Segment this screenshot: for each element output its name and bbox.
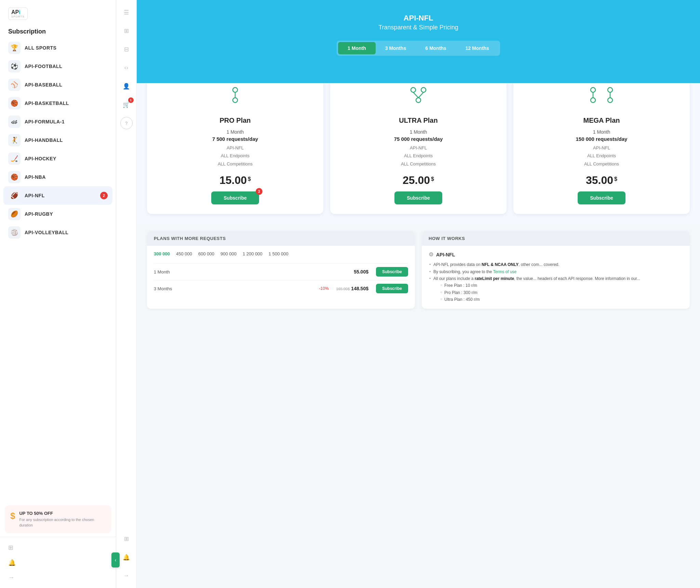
- plan-price-ultra: 25.00$: [338, 174, 498, 187]
- hockey-label: API-HOCKEY: [25, 156, 56, 161]
- plan-row-subscribe-btn-1[interactable]: Subscribe: [376, 284, 408, 293]
- sidebar-item-formula1[interactable]: 🏎API-FORMULA-1: [3, 112, 112, 131]
- svg-point-11: [608, 98, 612, 103]
- sport-list: 🏆ALL SPORTS⚽API-FOOTBALL⚾API-BASEBALL🏀AP…: [0, 39, 116, 500]
- cart-strip-icon[interactable]: 🛒 1: [120, 98, 133, 111]
- how-item-2: By subscribing, you agree to the Terms o…: [429, 268, 683, 275]
- plan-price-value: 35.00: [586, 174, 613, 187]
- basketball-label: API-BASKETBALL: [25, 101, 69, 106]
- grid-bottom-strip-icon[interactable]: ⊞: [120, 533, 133, 545]
- code-strip-icon[interactable]: ‹›: [120, 62, 133, 74]
- how-list: API-NFL provides data on NFL & NCAA ONLY…: [429, 261, 683, 303]
- grid-strip-icon[interactable]: ⊞: [120, 25, 133, 37]
- sidebar-item-baseball[interactable]: ⚾API-BASEBALL: [3, 76, 112, 94]
- sidebar-logo: APi SPORTS: [0, 0, 116, 23]
- handball-icon: 🤾: [8, 134, 21, 146]
- sidebar-item-hockey[interactable]: 🏒API-HOCKEY: [3, 149, 112, 168]
- how-item-3: All our plans include a rateLimit per mi…: [429, 275, 683, 303]
- plan-features-mega: API-NFLALL EndpointsALL Competitions: [522, 144, 682, 168]
- terms-link[interactable]: Terms of use: [493, 269, 517, 274]
- plan-feature-item: ALL Endpoints: [522, 152, 682, 160]
- period-tab-3months[interactable]: 3 Months: [376, 42, 416, 54]
- subscribe-button-pro[interactable]: Subscribe: [211, 191, 259, 204]
- plan-row-0: 1 Month55.00$Subscribe: [154, 263, 408, 280]
- plan-row-label-0: 1 Month: [154, 269, 333, 275]
- plans-more-card: PLANS WITH MORE REQUESTS 300 000450 0006…: [147, 231, 415, 308]
- sidebar-item-basketball[interactable]: 🏀API-BASKETBALL: [3, 94, 112, 112]
- plan-row-subscribe-btn-0[interactable]: Subscribe: [376, 267, 408, 277]
- sidebar-item-handball[interactable]: 🤾API-HANDBALL: [3, 131, 112, 149]
- menu-strip-icon[interactable]: ☰: [120, 6, 133, 18]
- period-tab-1month[interactable]: 1 Month: [338, 42, 376, 54]
- plan-card-mega: MEGA Plan1 Month150 000 requests/dayAPI-…: [513, 69, 690, 214]
- logout-b-icon: →: [8, 574, 14, 581]
- collapse-sidebar-button[interactable]: ‹: [111, 552, 120, 567]
- rugby-icon: 🏉: [8, 208, 21, 220]
- sidebar-item-all-sports[interactable]: 🏆ALL SPORTS: [3, 39, 112, 57]
- volleyball-icon: 🏐: [8, 226, 21, 239]
- sidebar-item-nba[interactable]: 🏀API-NBA: [3, 168, 112, 186]
- football-label: API-FOOTBALL: [25, 64, 62, 69]
- req-amount-0: 300 000: [154, 251, 170, 256]
- plan-currency: $: [431, 176, 434, 182]
- sidebar-item-football[interactable]: ⚽API-FOOTBALL: [3, 57, 112, 76]
- layers-strip-icon[interactable]: ⊟: [120, 43, 133, 55]
- basketball-icon: 🏀: [8, 97, 21, 109]
- plan-currency: $: [614, 176, 617, 182]
- plan-duration-mega: 1 Month: [522, 129, 682, 135]
- promo-text: UP TO 50% OFF For any subscription accor…: [19, 511, 106, 528]
- icon-strip: ☰ ⊞ ⊟ ‹› 👤 🛒 1 ? ⊞ 🔔 →: [116, 0, 137, 588]
- plan-card-pro: PRO Plan1 Month7 500 requests/dayAPI-NFL…: [147, 69, 323, 214]
- req-amount-4: 1 200 000: [243, 251, 262, 256]
- grid-b-icon: ⊞: [8, 544, 13, 551]
- plan-row-price-0: 55.00$: [354, 269, 368, 275]
- sidebar-title: Subscription: [0, 23, 116, 39]
- period-tab-6months[interactable]: 6 Months: [416, 42, 456, 54]
- sidebar-item-nfl[interactable]: 🏈API-NFL2: [3, 186, 112, 205]
- svg-point-5: [416, 98, 421, 103]
- plan-name-pro: PRO Plan: [155, 117, 315, 124]
- sidebar-bottom-logout[interactable]: →: [3, 571, 112, 584]
- sidebar-bottom-grid[interactable]: ⊞: [3, 541, 112, 554]
- promo-icon: $: [10, 511, 15, 521]
- sidebar-item-rugby[interactable]: 🏉API-RUGBY: [3, 205, 112, 223]
- plan-feature-item: ALL Competitions: [155, 160, 315, 168]
- rate-ultra: Ultra Plan : 450 r/m: [440, 296, 683, 303]
- period-tab-12months[interactable]: 12 Months: [456, 42, 499, 54]
- bell-strip-icon[interactable]: 🔔: [120, 551, 133, 563]
- plan-feature-item: API-NFL: [522, 144, 682, 152]
- rugby-label: API-RUGBY: [25, 211, 53, 217]
- plan-row-price-wrap-1: 165.00$148.50$: [336, 285, 368, 292]
- plan-row-1: 3 Months-10%165.00$148.50$Subscribe: [154, 280, 408, 297]
- nba-label: API-NBA: [25, 174, 46, 180]
- logout-strip-icon[interactable]: →: [120, 570, 133, 582]
- plan-feature-item: ALL Endpoints: [155, 152, 315, 160]
- svg-point-3: [411, 88, 416, 92]
- req-amount-5: 1 500 000: [269, 251, 288, 256]
- plan-icon-ultra: [338, 80, 498, 110]
- help-strip-icon[interactable]: ?: [120, 117, 133, 129]
- plan-duration-pro: 1 Month: [155, 129, 315, 135]
- baseball-icon: ⚾: [8, 79, 21, 91]
- sidebar: APi SPORTS Subscription 🏆ALL SPORTS⚽API-…: [0, 0, 116, 588]
- cart-badge: 1: [128, 97, 134, 103]
- svg-point-0: [233, 88, 238, 92]
- all-sports-label: ALL SPORTS: [25, 45, 56, 51]
- sidebar-bottom-bell[interactable]: 🔔: [3, 556, 112, 569]
- plan-row-price-wrap-0: 55.00$: [354, 269, 368, 275]
- plans-more-header: PLANS WITH MORE REQUESTS: [147, 231, 415, 246]
- plan-icon-mega: [522, 80, 682, 110]
- svg-point-10: [591, 98, 595, 103]
- plan-price-pro: 15.00$: [155, 174, 315, 187]
- plan-feature-item: API-NFL: [338, 144, 498, 152]
- subscribe-button-mega[interactable]: Subscribe: [578, 191, 625, 204]
- sidebar-bottom: ⊞ 🔔 →: [0, 537, 116, 588]
- requests-amounts: 300 000450 000600 000900 0001 200 0001 5…: [154, 251, 408, 260]
- subscribe-btn-wrap-ultra: Subscribe: [394, 191, 442, 204]
- user-strip-icon[interactable]: 👤: [120, 80, 133, 92]
- sidebar-item-volleyball[interactable]: 🏐API-VOLLEYBALL: [3, 223, 112, 242]
- main-content: API-NFL Transparent & Simple Pricing 1 M…: [137, 0, 700, 588]
- football-icon: ⚽: [8, 60, 21, 72]
- subscribe-button-ultra[interactable]: Subscribe: [394, 191, 442, 204]
- plan-requests-pro: 7 500 requests/day: [155, 136, 315, 142]
